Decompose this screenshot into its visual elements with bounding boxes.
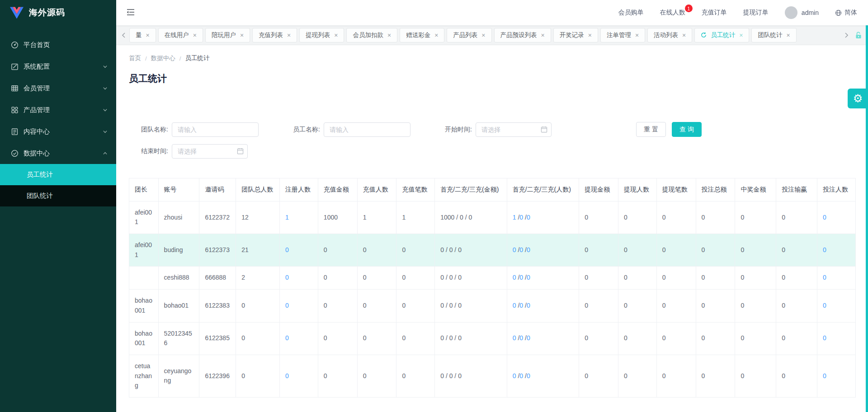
cell-link[interactable]: 1 — [285, 214, 289, 221]
cell-link[interactable]: 0 — [285, 372, 289, 379]
cell-link[interactable]: 0 — [519, 334, 523, 342]
close-icon[interactable]: × — [635, 32, 639, 38]
cell-link[interactable]: 0 — [519, 372, 523, 379]
cell-link[interactable]: 0 — [527, 274, 530, 281]
team-name-input[interactable] — [172, 122, 259, 137]
column-header-中奖金额: 中奖金额 — [735, 178, 776, 201]
close-icon[interactable]: × — [334, 32, 338, 38]
close-icon[interactable]: × — [541, 32, 545, 38]
close-icon[interactable]: × — [434, 32, 438, 38]
cell-link[interactable]: 0 — [823, 334, 826, 342]
tab-在线用户[interactable]: 在线用户× — [158, 28, 203, 42]
cell-link[interactable]: 0 — [519, 214, 523, 221]
cell-link[interactable]: 0 — [513, 302, 516, 309]
tab-label: 产品列表 — [453, 31, 477, 39]
submenu-item-团队统计[interactable]: 团队统计 — [0, 185, 116, 206]
close-icon[interactable]: × — [240, 32, 244, 38]
user-menu[interactable]: admin — [785, 6, 819, 19]
tab-scroll-left[interactable] — [120, 33, 127, 38]
cell-首充/二充/三充(金额): 0 / 0 / 0 — [435, 234, 507, 267]
cell-link[interactable]: 0 — [527, 302, 530, 309]
unlock-icon[interactable] — [854, 31, 863, 39]
cell-投注人数: 0 — [817, 355, 856, 397]
column-header-提现笔数: 提现笔数 — [656, 178, 696, 201]
tab-产品预设列表[interactable]: 产品预设列表× — [494, 28, 551, 42]
topnav-link-会员购单[interactable]: 会员购单 — [618, 9, 644, 17]
cell-link[interactable]: 0 — [823, 274, 826, 281]
tab-团队统计[interactable]: 团队统计× — [751, 28, 796, 42]
cell-link[interactable]: 0 — [285, 274, 289, 281]
tab-提现列表[interactable]: 提现列表× — [299, 28, 344, 42]
cell-link[interactable]: 0 — [527, 246, 530, 253]
cell-link[interactable]: 0 — [823, 246, 826, 253]
cell-link[interactable]: 0 — [527, 334, 530, 342]
staff-name-input[interactable] — [324, 122, 410, 137]
tab-量[interactable]: 量× — [129, 28, 156, 42]
sidebar-item-产品管理[interactable]: 产品管理 — [0, 99, 116, 121]
language-switch[interactable]: 简体 — [835, 9, 857, 17]
tab-scroll-right[interactable] — [843, 33, 850, 38]
cell-link[interactable]: 0 — [527, 214, 530, 221]
cell-link[interactable]: 0 — [519, 274, 523, 281]
cell-link[interactable]: 0 — [823, 372, 826, 379]
tab-陪玩用户[interactable]: 陪玩用户× — [205, 28, 250, 42]
cell-link[interactable]: 0 — [513, 274, 516, 281]
sidebar-item-平台首页[interactable]: 平台首页 — [0, 34, 116, 56]
gear-icon[interactable]: ⚙ — [848, 89, 868, 108]
cell-投注总额: 0 — [696, 355, 735, 397]
topnav-link-充值订单[interactable]: 充值订单 — [702, 9, 727, 17]
sidebar: 海外源码 平台首页系统配置会员管理产品管理内容中心数据中心员工统计团队统计 — [0, 0, 116, 412]
close-icon[interactable]: × — [682, 32, 686, 38]
cell-link[interactable]: 0 — [285, 246, 289, 253]
cell-link[interactable]: 0 — [519, 302, 523, 309]
sidebar-item-系统配置[interactable]: 系统配置 — [0, 56, 116, 77]
cell-link[interactable]: 0 — [519, 246, 523, 253]
tab-赠送彩金[interactable]: 赠送彩金× — [400, 28, 444, 42]
cell-提现人数: 0 — [618, 322, 657, 355]
tab-活动列表[interactable]: 活动列表× — [647, 28, 692, 42]
cell-link[interactable]: 0 — [513, 334, 516, 342]
tab-开奖记录[interactable]: 开奖记录× — [553, 28, 598, 42]
topnav-link-提现订单[interactable]: 提现订单 — [743, 9, 769, 17]
tab-注单管理[interactable]: 注单管理× — [600, 28, 645, 42]
table-row: bohao0015201234566122385000000 / 0 / 00 … — [129, 322, 856, 355]
end-time-input[interactable] — [172, 144, 248, 159]
cell-link[interactable]: 0 — [285, 302, 289, 309]
submenu-item-员工统计[interactable]: 员工统计 — [0, 164, 116, 185]
cell-link[interactable]: 0 — [823, 214, 826, 221]
breadcrumb-home[interactable]: 首页 — [129, 54, 141, 62]
refresh-icon[interactable] — [701, 32, 707, 38]
topnav-link-在线人数[interactable]: 在线人数1 — [660, 9, 685, 17]
sidebar-item-会员管理[interactable]: 会员管理 — [0, 77, 116, 99]
close-icon[interactable]: × — [786, 32, 790, 38]
close-icon[interactable]: × — [387, 32, 391, 38]
reset-button[interactable]: 重 置 — [636, 122, 666, 137]
close-icon[interactable]: × — [146, 32, 150, 38]
tab-产品列表[interactable]: 产品列表× — [447, 28, 491, 42]
cell-首充/二充/三充(金额): 0 / 0 / 0 — [435, 355, 507, 397]
search-button[interactable]: 查 询 — [672, 122, 702, 137]
close-icon[interactable]: × — [739, 32, 743, 38]
menu-fold-icon[interactable] — [126, 8, 136, 18]
cell-link[interactable]: 0 — [285, 334, 289, 342]
close-icon[interactable]: × — [193, 32, 197, 38]
close-icon[interactable]: × — [481, 32, 485, 38]
cell-link[interactable]: 0 — [513, 246, 516, 253]
brand[interactable]: 海外源码 — [0, 0, 116, 25]
tab-充值列表[interactable]: 充值列表× — [252, 28, 297, 42]
sidebar-item-数据中心[interactable]: 数据中心 — [0, 142, 116, 164]
close-icon[interactable]: × — [287, 32, 291, 38]
start-time-input[interactable] — [476, 122, 552, 137]
close-icon[interactable]: × — [588, 32, 592, 38]
cell-首充/二充/三充(人数): 1 /0 /0 — [507, 201, 579, 234]
sidebar-item-label: 数据中心 — [24, 149, 103, 158]
tab-员工统计[interactable]: 员工统计× — [694, 28, 749, 42]
cell-link[interactable]: 0 — [513, 372, 516, 379]
cell-link[interactable]: 0 — [823, 302, 826, 309]
cell-link[interactable]: 1 — [513, 214, 516, 221]
tab-会员加扣款[interactable]: 会员加扣款× — [346, 28, 397, 42]
cell-团队总人数: 2 — [236, 267, 280, 290]
cell-link[interactable]: 0 — [527, 372, 530, 379]
breadcrumb-section[interactable]: 数据中心 — [151, 54, 175, 62]
sidebar-item-内容中心[interactable]: 内容中心 — [0, 121, 116, 142]
